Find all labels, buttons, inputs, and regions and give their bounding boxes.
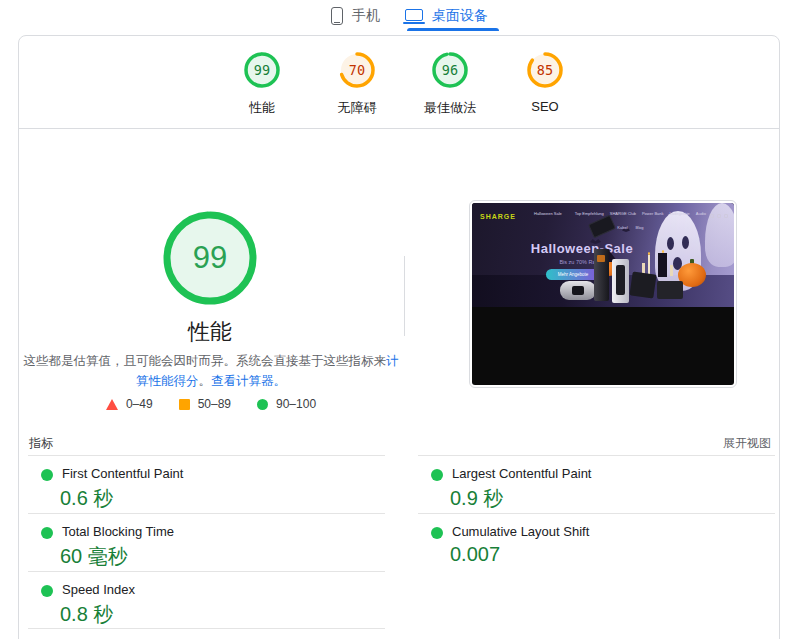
tab-mobile[interactable]: 手机 (331, 7, 380, 25)
gauge-label: 最佳做法 (405, 99, 495, 117)
pass-circle-icon (257, 399, 268, 410)
gauge-ring-best-practices: 96 (430, 50, 470, 90)
ghost-eye (682, 236, 689, 249)
candle (648, 255, 650, 275)
performance-gauge-ring: 99 (162, 210, 258, 306)
nav-item: SHARGE Club (610, 211, 636, 216)
metric-name: Speed Index (62, 582, 385, 597)
product-powerbank (560, 281, 596, 300)
metric-value: 0.8 秒 (60, 601, 385, 628)
page-screenshot-thumbnail[interactable]: SHARGE Halloween Sale Top Empfehlung SHA… (469, 200, 737, 388)
ghost-shape (705, 203, 734, 267)
legend-pass-range: 90–100 (276, 397, 316, 411)
pass-dot-icon (431, 527, 443, 539)
legend-average: 50–89 (179, 397, 231, 411)
description-period: 。 (199, 374, 212, 388)
metric-name: Largest Contentful Paint (452, 466, 775, 481)
nav-item: Halloween Sale (534, 211, 562, 216)
gauge-label: 性能 (217, 99, 307, 117)
flame (662, 250, 664, 253)
calculator-link[interactable]: 查看计算器。 (211, 374, 286, 388)
metric-value: 0.6 秒 (60, 485, 385, 512)
pass-dot-icon (41, 527, 53, 539)
performance-score-gauge[interactable]: 99 (162, 210, 258, 306)
active-tab-underline (407, 28, 499, 31)
nav-item: Kabel (617, 225, 627, 230)
tab-desktop[interactable]: 桌面设备 (405, 7, 488, 25)
description-text: 这些都是估算值，且可能会因时而异。系统会直接基于这些指标来 (24, 354, 387, 368)
metrics-column-left: First Contentful Paint 0.6 秒 Total Block… (28, 455, 385, 629)
fail-triangle-icon (106, 399, 118, 410)
gauge-label: SEO (500, 99, 590, 114)
gauge-label: 无障碍 (312, 99, 402, 117)
category-gauge-best-practices[interactable]: 96 最佳做法 (405, 50, 495, 117)
section-divider (19, 128, 779, 129)
metric-value: 60 毫秒 (60, 543, 385, 570)
hero-cta-button: Mehr Angebote (546, 269, 600, 280)
device-tabbar: 手机 桌面设备 (0, 0, 800, 35)
metric-value: 0.9 秒 (450, 485, 775, 512)
metric-name: First Contentful Paint (62, 466, 385, 481)
site-nav-row1: Halloween Sale Top Empfehlung SHARGE Clu… (534, 211, 706, 216)
hero-subtitle: Bis zu 70% Rabatt (502, 259, 662, 265)
cart-icon (724, 214, 728, 218)
site-nav-row2: Zubehör Kabel Blog (564, 225, 674, 230)
average-square-icon (179, 399, 190, 410)
candle (670, 265, 673, 276)
nav-item: Blog (636, 225, 644, 230)
site-logo: SHARGE (480, 213, 516, 220)
account-icon (717, 214, 721, 218)
category-gauge-seo[interactable]: 85 SEO (500, 50, 590, 114)
metric-name: Total Blocking Time (62, 524, 385, 539)
performance-title: 性能 (60, 317, 360, 347)
metric-row-speed-index: Speed Index 0.8 秒 (28, 571, 385, 629)
pagespeed-report: 手机 桌面设备 99 性能 70 无障碍 96 (0, 0, 800, 639)
search-icon (710, 214, 714, 218)
tab-mobile-label: 手机 (352, 7, 380, 25)
expand-view-button[interactable]: 展开视图 (723, 435, 771, 452)
metrics-header: 指标 (29, 435, 53, 452)
pass-dot-icon (431, 469, 443, 481)
candle (658, 253, 667, 277)
screenshot-content: SHARGE Halloween Sale Top Empfehlung SHA… (472, 203, 734, 385)
nav-item: Power Bank (642, 211, 664, 216)
nav-item: Ladegeräte (670, 211, 690, 216)
report-card: 99 性能 70 无障碍 96 最佳做法 85 SEO (18, 35, 780, 639)
legend-average-range: 50–89 (198, 397, 231, 411)
hero-title: Halloween-Sale (502, 241, 662, 256)
metric-row-lcp: Largest Contentful Paint 0.9 秒 (418, 455, 775, 513)
metric-row-tbt: Total Blocking Time 60 毫秒 (28, 513, 385, 571)
legend-fail-range: 0–49 (126, 397, 153, 411)
legend-pass: 90–100 (257, 397, 316, 411)
gauge-ring-performance: 99 (242, 50, 282, 90)
metric-row-cls: Cumulative Layout Shift 0.007 (418, 513, 775, 571)
tab-desktop-label: 桌面设备 (432, 7, 488, 25)
site-header-icons (710, 214, 728, 218)
metric-row-fcp: First Contentful Paint 0.6 秒 (28, 455, 385, 513)
product-tower (594, 249, 609, 301)
pass-dot-icon (41, 585, 53, 597)
category-gauge-accessibility[interactable]: 70 无障碍 (312, 50, 402, 117)
legend-fail: 0–49 (106, 397, 153, 411)
performance-description: 这些都是估算值，且可能会因时而异。系统会直接基于这些指标来计算性能得分。查看计算… (23, 351, 399, 391)
vertical-divider (404, 256, 405, 336)
gauge-ring-accessibility: 70 (337, 50, 377, 90)
metrics-column-right: Largest Contentful Paint 0.9 秒 Cumulativ… (418, 455, 775, 571)
metric-name: Cumulative Layout Shift (452, 524, 775, 539)
nav-item: Audio (696, 211, 706, 216)
category-gauge-performance[interactable]: 99 性能 (217, 50, 307, 117)
gauge-ring-seo: 85 (525, 50, 565, 90)
metric-value: 0.007 (450, 543, 775, 566)
laptop-icon (405, 9, 423, 21)
phone-icon (331, 7, 343, 25)
product-box (657, 281, 683, 299)
product-box (629, 271, 656, 298)
flame (648, 252, 650, 255)
nav-item: Top Empfehlung (575, 211, 604, 216)
score-legend: 0–49 50–89 90–100 (23, 397, 399, 411)
product-charger (612, 259, 629, 303)
pass-dot-icon (41, 469, 53, 481)
ghost-eye (667, 237, 674, 250)
